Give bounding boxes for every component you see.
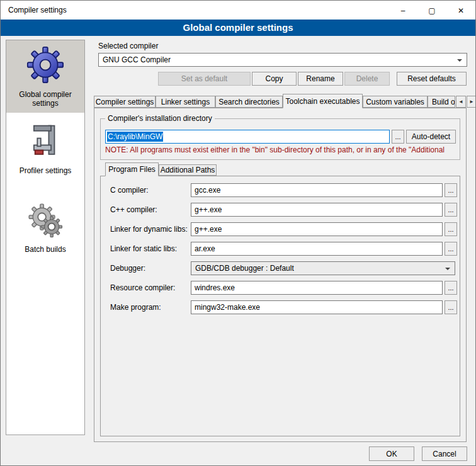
sidebar-item-label: Batch builds [25, 245, 65, 254]
cancel-button[interactable]: Cancel [422, 446, 467, 461]
dynamic-linker-browse-button[interactable]: ... [445, 222, 457, 236]
clamp-icon [27, 123, 64, 162]
sidebar-item-label: Global compiler settings [8, 90, 82, 108]
resource-compiler-input[interactable] [191, 281, 443, 295]
tab-scroll-left-icon[interactable]: ◄ [456, 96, 466, 108]
tab-linker-settings[interactable]: Linker settings [156, 96, 215, 108]
dynamic-linker-input[interactable] [191, 222, 443, 236]
cpp-compiler-browse-button[interactable]: ... [445, 203, 457, 217]
close-button[interactable]: ✕ [446, 1, 475, 20]
tab-additional-paths[interactable]: Additional Paths [159, 164, 217, 176]
debugger-select[interactable]: GDB/CDB debugger : Default [191, 261, 455, 275]
make-program-browse-button[interactable]: ... [445, 300, 457, 314]
sidebar-item-global-compiler-settings[interactable]: Global compiler settings [6, 40, 84, 113]
window-title: Compiler settings [8, 1, 67, 20]
cpp-compiler-input[interactable] [191, 203, 443, 217]
tab-toolchain-executables[interactable]: Toolchain executables [283, 94, 363, 108]
rename-button[interactable]: Rename [298, 72, 343, 86]
title-bar[interactable]: Compiler settings – ▢ ✕ [1, 1, 475, 20]
sidebar-item-batch-builds[interactable]: Batch builds [6, 196, 84, 259]
c-compiler-browse-button[interactable]: ... [445, 183, 457, 197]
static-linker-browse-button[interactable]: ... [445, 242, 457, 256]
ok-button[interactable]: OK [369, 446, 414, 461]
tab-scroll-right-icon[interactable]: ► [467, 96, 476, 108]
set-as-default-button[interactable]: Set as default [158, 72, 251, 86]
resource-compiler-browse-button[interactable]: ... [445, 281, 457, 295]
make-program-input[interactable] [191, 300, 443, 314]
static-linker-input[interactable] [191, 242, 443, 256]
sidebar-item-profiler-settings[interactable]: Profiler settings [6, 118, 84, 180]
sidebar-item-label: Profiler settings [20, 166, 72, 175]
reset-defaults-button[interactable]: Reset defaults [397, 72, 467, 86]
tab-search-directories[interactable]: Search directories [215, 96, 283, 108]
tab-program-files[interactable]: Program Files [105, 162, 159, 176]
selected-compiler-label: Selected compiler [98, 42, 158, 50]
c-compiler-input[interactable] [191, 183, 443, 197]
compiler-select[interactable]: GNU GCC Compiler [98, 53, 467, 67]
field-label: Debugger: [110, 264, 145, 273]
field-label: C compiler: [110, 186, 149, 195]
tab-custom-variables[interactable]: Custom variables [363, 96, 428, 108]
gray-gears-icon [27, 202, 64, 241]
minimize-button[interactable]: – [388, 1, 417, 20]
settings-sidebar: Global compiler settings Profiler settin… [6, 40, 85, 435]
copy-button[interactable]: Copy [252, 72, 297, 86]
maximize-button[interactable]: ▢ [417, 1, 446, 20]
delete-button[interactable]: Delete [344, 72, 390, 86]
tab-compiler-settings[interactable]: Compiler settings [94, 96, 156, 108]
auto-detect-button[interactable]: Auto-detect [406, 130, 456, 144]
debugger-select-value: GDB/CDB debugger : Default [195, 264, 294, 273]
field-label: C++ compiler: [110, 205, 157, 214]
note-text: NOTE: All programs must exist either in … [105, 145, 459, 154]
field-label: Linker for static libs: [110, 244, 177, 253]
field-label: Make program: [110, 303, 161, 312]
tab-build-options[interactable]: Build options [428, 96, 455, 108]
gear-icon [26, 46, 64, 86]
installation-directory-title: Compiler's installation directory [105, 114, 215, 123]
page-title: Global compiler settings [1, 20, 475, 36]
installation-directory-input[interactable]: C:\raylib\MinGW [105, 130, 390, 144]
field-label: Linker for dynamic libs: [110, 225, 188, 234]
browse-directory-button[interactable]: ... [392, 130, 404, 144]
installation-directory-value: C:\raylib\MinGW [107, 132, 163, 142]
field-label: Resource compiler: [110, 283, 175, 292]
compiler-settings-dialog: Compiler settings – ▢ ✕ Global compiler … [0, 0, 476, 466]
compiler-select-value: GNU GCC Compiler [103, 55, 171, 64]
